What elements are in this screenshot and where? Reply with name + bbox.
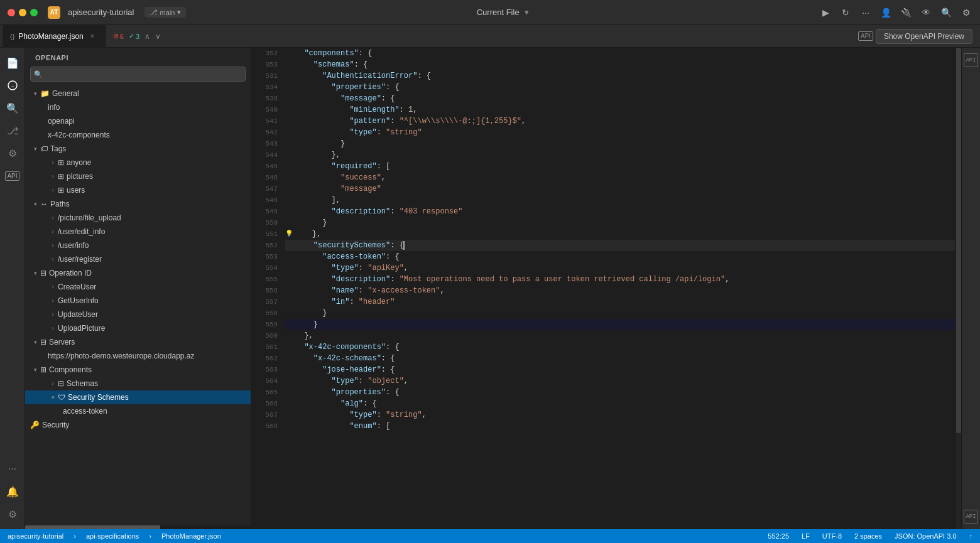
search-icon[interactable]: 🔍 xyxy=(940,6,952,19)
sidebar-scrollbar[interactable] xyxy=(25,525,251,529)
code-line[interactable]: "description": "403 response" xyxy=(285,206,955,217)
account-icon[interactable]: 👤 xyxy=(879,6,892,19)
sidebar-item-openapi[interactable]: openapi xyxy=(25,114,251,128)
run-button[interactable]: ▶ xyxy=(819,6,832,19)
sidebar-item-create-user[interactable]: › CreateUser xyxy=(25,280,251,294)
collapse-icon[interactable]: ∨ xyxy=(155,32,161,41)
sidebar-item-path-file-upload[interactable]: › /picture/file_upload xyxy=(25,211,251,225)
openapi-nav-icon[interactable]: ~ xyxy=(3,75,23,95)
sidebar-item-pictures[interactable]: › ⊞ pictures xyxy=(25,169,251,183)
right-api-icon-top[interactable]: API xyxy=(964,53,979,68)
statusbar-cursor[interactable]: 552:25 xyxy=(765,532,792,540)
statusbar-language[interactable]: JSON: OpenAPI 3.0 xyxy=(892,532,959,540)
statusbar-breadcrumb2[interactable]: PhotoManager.json xyxy=(159,532,224,540)
code-line[interactable]: } xyxy=(285,308,955,319)
statusbar-indent[interactable]: 2 spaces xyxy=(852,532,885,540)
branch-selector[interactable]: ⎇ main ▾ xyxy=(144,7,187,18)
eye-icon[interactable]: 👁 xyxy=(920,6,932,19)
code-line[interactable]: "x-42c-components": { xyxy=(285,341,955,353)
sidebar-item-x42c[interactable]: x-42c-components xyxy=(25,128,251,142)
code-line[interactable]: } xyxy=(285,217,955,228)
right-panel-api-icon[interactable]: API xyxy=(858,29,873,44)
statusbar-project[interactable]: apisecurity-tutorial xyxy=(5,532,66,540)
tab-photomanager[interactable]: {} PhotoManager.json ✕ xyxy=(3,25,106,48)
code-line[interactable]: "name": "x-access-token", xyxy=(285,285,955,296)
sidebar-item-server-url[interactable]: https://photo-demo.westeurope.cloudapp.a… xyxy=(25,349,251,363)
sidebar-item-tags[interactable]: ▾ 🏷 Tags xyxy=(25,142,251,156)
sidebar-item-path-edit-info[interactable]: › /user/edit_info xyxy=(25,225,251,239)
sidebar-item-operation-id[interactable]: ▾ ⊟ Operation ID xyxy=(25,266,251,280)
settings-icon[interactable]: ⚙ xyxy=(960,6,972,19)
sidebar-item-users[interactable]: › ⊞ users xyxy=(25,183,251,197)
code-line[interactable]: "enum": [ xyxy=(285,421,955,432)
code-line[interactable]: "required": [ xyxy=(285,161,955,172)
sidebar-item-security[interactable]: 🔑 Security xyxy=(25,418,251,432)
api-icon[interactable]: API xyxy=(3,166,23,186)
code-line[interactable]: "alg": { xyxy=(285,398,955,409)
code-line[interactable]: "type": "apiKey", xyxy=(285,262,955,274)
code-line[interactable]: "x-42c-schemas": { xyxy=(285,353,955,364)
git-icon[interactable]: ⎇ xyxy=(3,121,23,141)
code-line[interactable]: 💡 }, xyxy=(285,228,955,240)
code-line[interactable]: "schemas": { xyxy=(285,59,955,70)
code-line[interactable]: }, xyxy=(285,149,955,161)
code-line[interactable]: "securitySchemes": { xyxy=(285,240,955,251)
sidebar-item-path-info[interactable]: › /user/info xyxy=(25,239,251,252)
code-line[interactable]: "AuthenticationError": { xyxy=(285,70,955,82)
code-line[interactable]: "minLength": 1, xyxy=(285,104,955,116)
code-line[interactable]: } xyxy=(285,138,955,149)
show-openapi-preview-button[interactable]: Show OpenAPI Preview xyxy=(876,29,972,44)
statusbar-line-ending[interactable]: LF xyxy=(799,532,812,540)
sidebar-item-general[interactable]: ▾ 📁 General xyxy=(25,87,251,100)
code-editor[interactable]: 3523535315345385405415425435445455465475… xyxy=(251,48,980,529)
code-line[interactable]: "jose-header": { xyxy=(285,364,955,375)
sidebar-item-servers[interactable]: ▾ ⊟ Servers xyxy=(25,335,251,349)
sidebar-item-get-user-info[interactable]: › GetUserInfo xyxy=(25,294,251,308)
code-line[interactable]: "components": { xyxy=(285,48,955,59)
code-line[interactable]: "description": "Most operations need to … xyxy=(285,274,955,285)
code-line[interactable]: "message" xyxy=(285,183,955,195)
code-line[interactable]: } xyxy=(285,319,955,330)
statusbar-breadcrumb1[interactable]: api-specifications xyxy=(84,532,141,540)
window-controls[interactable] xyxy=(8,9,38,16)
code-line[interactable]: "type": "string" xyxy=(285,127,955,138)
sync-icon[interactable]: ↻ xyxy=(839,6,852,19)
search-nav-icon[interactable]: 🔍 xyxy=(3,98,23,118)
code-content[interactable]: "components": { "schemas": { "Authentica… xyxy=(283,48,955,529)
sidebar-item-upload-picture[interactable]: › UploadPicture xyxy=(25,321,251,335)
code-line[interactable]: "access-token": { xyxy=(285,251,955,262)
code-line[interactable]: "type": "string", xyxy=(285,409,955,421)
minimize-button[interactable] xyxy=(19,9,26,16)
sidebar-item-schemas[interactable]: › ⊟ Schemas xyxy=(25,377,251,390)
expand-icon[interactable]: ∧ xyxy=(144,32,150,41)
tab-close-button[interactable]: ✕ xyxy=(87,31,97,41)
code-line[interactable]: "properties": { xyxy=(285,387,955,398)
sidebar-item-components[interactable]: ▾ ⊞ Components xyxy=(25,363,251,377)
scrollbar-track[interactable] xyxy=(956,48,961,529)
code-line[interactable]: ], xyxy=(285,195,955,206)
sidebar-item-path-register[interactable]: › /user/register xyxy=(25,252,251,266)
bell-icon[interactable]: 🔔 xyxy=(3,481,23,502)
statusbar-upload-icon[interactable]: ↑ xyxy=(967,532,976,540)
right-api-icon-bottom[interactable]: API xyxy=(964,509,979,524)
code-line[interactable]: "in": "header" xyxy=(285,296,955,308)
sidebar-search-input[interactable] xyxy=(30,67,246,82)
code-line[interactable]: "message": { xyxy=(285,93,955,104)
sidebar-item-update-user[interactable]: › UpdateUser xyxy=(25,308,251,321)
statusbar-encoding[interactable]: UTF-8 xyxy=(820,532,844,540)
sidebar-item-security-schemes[interactable]: ▾ 🛡 Security Schemes xyxy=(25,390,251,404)
sidebar-item-info[interactable]: info xyxy=(25,100,251,114)
sidebar-scrollbar-thumb[interactable] xyxy=(25,525,160,529)
scrollbar-thumb[interactable] xyxy=(956,48,961,433)
sidebar-item-access-token[interactable]: access-token xyxy=(25,404,251,418)
sidebar-item-paths[interactable]: ▾ ↔ Paths xyxy=(25,197,251,211)
code-line[interactable]: "properties": { xyxy=(285,82,955,93)
sidebar-item-anyone[interactable]: › ⊞ anyone xyxy=(25,156,251,169)
code-line[interactable]: "pattern": "^[\\w\\s\\\\-@:;]{1,255}$", xyxy=(285,116,955,127)
code-line[interactable]: "type": "object", xyxy=(285,375,955,387)
debug-icon[interactable]: ⚙ xyxy=(3,143,23,163)
explorer-icon[interactable]: 📄 xyxy=(3,53,23,73)
more-icon[interactable]: ··· xyxy=(859,6,872,19)
more-activity-icon[interactable]: ··· xyxy=(3,459,23,479)
bottom-settings-icon[interactable]: ⚙ xyxy=(3,504,23,524)
